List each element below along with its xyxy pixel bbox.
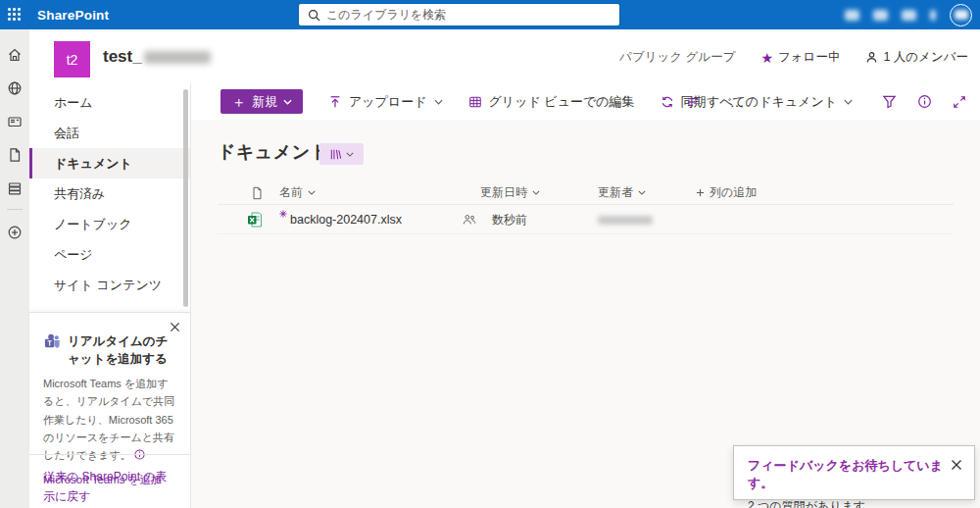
table-header-divider: [218, 204, 954, 205]
sync-icon: [661, 95, 674, 109]
person-icon: [865, 51, 878, 64]
feedback-title[interactable]: フィードバックをお待ちしています。: [748, 457, 960, 492]
feedback-toast[interactable]: フィードバックをお待ちしています。 2 つの質問があります。: [733, 445, 975, 500]
news-icon: [7, 114, 23, 129]
app-name[interactable]: SharePoint: [37, 8, 109, 23]
file-name-cell[interactable]: backlog-202407.xlsx: [279, 207, 402, 232]
chevron-down-icon: [844, 99, 853, 105]
rail-create-button[interactable]: [0, 216, 29, 249]
avatar-photo: [955, 10, 968, 20]
site-header: t2 test_ パブリック グループ ★ フォロー中 1 人のメンバー: [29, 29, 980, 83]
column-file-type[interactable]: [251, 181, 264, 204]
help-icon[interactable]: [902, 10, 916, 21]
home-icon: [7, 47, 23, 63]
promo-header: リアルタイムのチャットを追加する: [43, 332, 178, 368]
fullscreen-button[interactable]: [945, 87, 974, 117]
app-launcher-button[interactable]: [0, 0, 29, 29]
site-title[interactable]: test_: [103, 47, 211, 67]
people-shared-icon: [463, 214, 476, 226]
rail-library-button[interactable]: [0, 172, 29, 205]
search-icon: [308, 9, 320, 22]
document-icon: [251, 186, 264, 200]
view-selector[interactable]: すべてのドキュメント: [686, 93, 853, 111]
nav-scrollbar[interactable]: [183, 89, 188, 307]
feedback-body: 2 つの質問があります。: [748, 498, 960, 508]
teams-promo-panel: リアルタイムのチャットを追加する Microsoft Teams を追加すると、…: [29, 312, 190, 454]
grid-view-icon: [468, 95, 482, 109]
app-rail: [0, 29, 29, 508]
sidebar-item-home[interactable]: ホーム: [29, 87, 190, 118]
info-circle-icon: [917, 94, 932, 109]
side-navigation: ホーム 会話 ドキュメント 共有済み ノートブック ページ サイト コンテンツ …: [29, 83, 191, 508]
chevron-down-icon: [283, 99, 292, 105]
filter-button[interactable]: [874, 87, 904, 117]
members-label: 1 人のメンバー: [883, 49, 968, 66]
search-input[interactable]: [326, 8, 619, 22]
settings-gear-icon[interactable]: [873, 10, 888, 21]
modified-cell[interactable]: 数秒前: [492, 207, 527, 232]
add-column-button[interactable]: 列の追加: [696, 181, 757, 204]
teams-logo-icon: [43, 332, 62, 351]
column-editor[interactable]: 更新者: [598, 181, 646, 204]
details-pane-button[interactable]: [909, 87, 939, 117]
promo-body: Microsoft Teams を追加すると、リアルタイムで共同作業したり、Mi…: [43, 375, 178, 464]
classic-sharepoint-link[interactable]: 従来の SharePoint の表示に戻す: [43, 470, 168, 503]
command-bar: ＋ 新規 アップロード グリッド ビューでの編集 同期 …: [191, 83, 980, 120]
rail-news-button[interactable]: [0, 105, 29, 138]
promo-close-button[interactable]: [170, 322, 180, 332]
sidebar-item-shared[interactable]: 共有済み: [29, 178, 190, 209]
column-modified-label: 更新日時: [480, 184, 527, 201]
site-title-redacted: [144, 51, 211, 64]
file-row[interactable]: backlog-202407.xlsx 数秒前: [218, 207, 954, 232]
row-divider: [218, 233, 954, 234]
site-logo-text: t2: [67, 52, 78, 68]
sidebar-item-site-contents[interactable]: サイト コンテンツ: [29, 270, 190, 300]
site-privacy-label: パブリック グループ: [619, 49, 735, 66]
promo-title: リアルタイムのチャットを追加する: [68, 332, 177, 368]
command-bar-right: すべてのドキュメント: [686, 83, 980, 120]
library-views-pill[interactable]: [319, 143, 364, 165]
toast-close-button[interactable]: [951, 459, 962, 471]
new-button[interactable]: ＋ 新規: [220, 89, 303, 114]
view-selector-label: すべてのドキュメント: [707, 93, 837, 111]
new-button-label: 新規: [252, 93, 277, 111]
plus-icon: [696, 188, 705, 197]
sidebar-item-pages[interactable]: ページ: [29, 239, 190, 270]
members-button[interactable]: 1 人のメンバー: [865, 49, 968, 66]
site-logo[interactable]: t2: [54, 41, 90, 77]
rail-mysites-button[interactable]: [0, 72, 29, 105]
site-title-text: test_: [103, 47, 142, 67]
grid-edit-button[interactable]: グリッド ビューでの編集: [468, 93, 635, 111]
add-column-label: 列の追加: [710, 184, 757, 201]
rail-divider: [7, 209, 23, 210]
notification-bell-icon[interactable]: [930, 10, 936, 21]
column-modified[interactable]: 更新日時: [480, 181, 540, 204]
column-editor-label: 更新者: [598, 184, 633, 201]
chevron-down-icon: [638, 190, 646, 195]
follow-label: フォロー中: [778, 49, 840, 66]
column-name[interactable]: 名前: [279, 181, 316, 204]
excel-file-icon: [247, 207, 263, 232]
close-icon: [170, 322, 180, 332]
upload-button[interactable]: アップロード: [328, 93, 443, 111]
sidebar-item-notebook[interactable]: ノートブック: [29, 209, 190, 239]
suite-bar: SharePoint: [0, 0, 980, 29]
sharepoint-library-page: SharePoint: [0, 0, 980, 508]
follow-button[interactable]: ★ フォロー中: [760, 49, 840, 66]
rail-pages-button[interactable]: [0, 138, 29, 172]
promo-body-text: Microsoft Teams を追加すると、リアルタイムで共同作業したり、Mi…: [43, 378, 174, 461]
sidebar-item-conversations[interactable]: 会話: [29, 118, 190, 148]
rail-home-button[interactable]: [0, 38, 29, 72]
megaphone-icon[interactable]: [845, 10, 859, 21]
expand-arrows-icon: [953, 95, 966, 109]
table-header: 名前 更新日時 更新者 列の追加: [218, 181, 954, 204]
plus-circle-icon: [7, 225, 23, 240]
search-box[interactable]: [299, 4, 619, 25]
shared-status[interactable]: [463, 207, 476, 232]
grid-edit-label: グリッド ビューでの編集: [489, 93, 635, 111]
star-icon: ★: [760, 51, 773, 65]
chevron-down-icon: [308, 190, 316, 195]
sidebar-item-documents[interactable]: ドキュメント: [29, 148, 190, 178]
chevron-down-icon: [346, 152, 354, 157]
account-avatar[interactable]: [950, 4, 972, 26]
